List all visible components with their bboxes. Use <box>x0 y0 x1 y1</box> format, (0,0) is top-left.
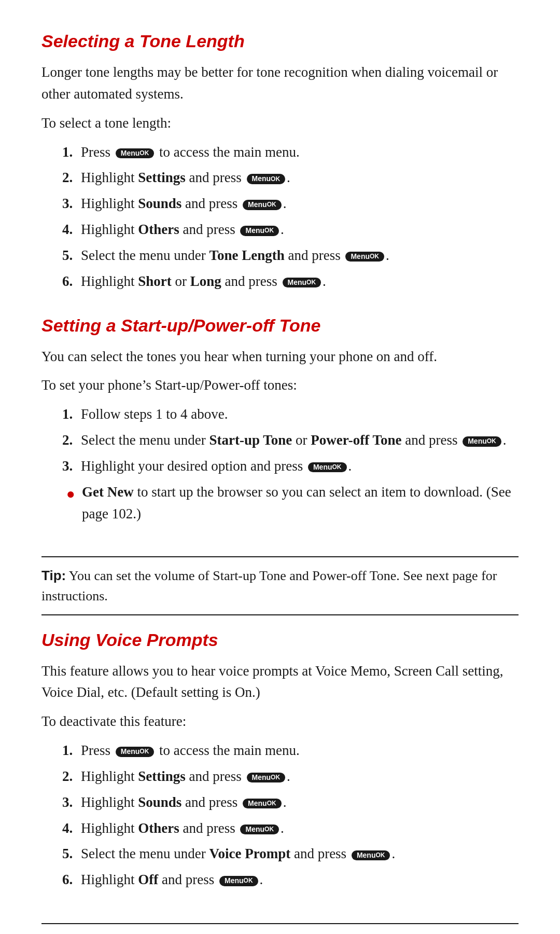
menu-ok-btn: MenuOK <box>219 876 258 886</box>
step-tone-1: 1. Press MenuOK to access the main menu. <box>62 142 519 163</box>
tip-label-1: Tip: <box>41 568 66 583</box>
menu-ok-btn: MenuOK <box>243 200 282 210</box>
step-voice-4: 4. Highlight Others and press MenuOK. <box>62 818 519 840</box>
section-selecting-tone-length: Selecting a Tone Length Longer tone leng… <box>41 31 519 297</box>
intro-voice-1: This feature allows you to hear voice pr… <box>41 661 519 704</box>
section-title-tone-length: Selecting a Tone Length <box>41 31 519 51</box>
menu-ok-btn: MenuOK <box>247 174 286 184</box>
menu-ok-btn: MenuOK <box>308 462 347 472</box>
tip-box-2: Tip: When ringer volume is set to “Silen… <box>41 923 519 934</box>
bullet-dot-icon: ● <box>66 483 76 505</box>
intro-startup-1: You can select the tones you hear when t… <box>41 346 519 368</box>
menu-ok-btn: MenuOK <box>243 799 282 808</box>
intro-tone-length-1: Longer tone lengths may be better for to… <box>41 62 519 105</box>
step-tone-4: 4. Highlight Others and press MenuOK. <box>62 219 519 241</box>
intro-startup-2: To set your phone’s Start-up/Power-off t… <box>41 375 519 396</box>
menu-ok-btn: MenuOK <box>116 148 155 158</box>
step-voice-3: 3. Highlight Sounds and press MenuOK. <box>62 792 519 814</box>
intro-voice-2: To deactivate this feature: <box>41 711 519 733</box>
menu-ok-btn: MenuOK <box>240 825 279 834</box>
step-startup-2: 2. Select the menu under Start-up Tone o… <box>62 430 519 451</box>
step-voice-6: 6. Highlight Off and press MenuOK. <box>62 869 519 891</box>
menu-ok-btn: MenuOK <box>116 747 155 757</box>
page-content: Selecting a Tone Length Longer tone leng… <box>41 31 519 934</box>
menu-ok-btn: MenuOK <box>247 773 286 782</box>
step-tone-5: 5. Select the menu under Tone Length and… <box>62 245 519 267</box>
menu-ok-btn: MenuOK <box>345 252 384 262</box>
section-title-startup: Setting a Start-up/Power-off Tone <box>41 315 519 336</box>
step-tone-2: 2. Highlight Settings and press MenuOK. <box>62 167 519 189</box>
tip-text-1: You can set the volume of Start-up Tone … <box>41 568 497 603</box>
bullet-get-new: ● Get New to start up the browser so you… <box>66 482 519 525</box>
menu-ok-btn: MenuOK <box>240 226 279 236</box>
step-startup-3: 3. Highlight your desired option and pre… <box>62 456 519 477</box>
menu-ok-btn: MenuOK <box>283 278 321 287</box>
section-voice-prompts: Using Voice Prompts This feature allows … <box>41 630 519 896</box>
step-voice-5: 5. Select the menu under Voice Prompt an… <box>62 843 519 865</box>
menu-ok-btn: MenuOK <box>352 850 390 860</box>
bullet-list-startup: ● Get New to start up the browser so you… <box>66 482 519 525</box>
step-tone-3: 3. Highlight Sounds and press MenuOK. <box>62 193 519 215</box>
menu-ok-btn: MenuOK <box>463 436 501 446</box>
section-startup-poweroff: Setting a Start-up/Power-off Tone You ca… <box>41 315 519 528</box>
step-tone-6: 6. Highlight Short or Long and press Men… <box>62 271 519 293</box>
steps-startup: 1. Follow steps 1 to 4 above. 2. Select … <box>62 404 519 477</box>
step-voice-1: 1. Press MenuOK to access the main menu. <box>62 740 519 762</box>
step-startup-1: 1. Follow steps 1 to 4 above. <box>62 404 519 425</box>
tip-box-1: Tip: You can set the volume of Start-up … <box>41 556 519 615</box>
step-voice-2: 2. Highlight Settings and press MenuOK. <box>62 766 519 788</box>
section-title-voice-prompts: Using Voice Prompts <box>41 630 519 650</box>
steps-tone-length: 1. Press MenuOK to access the main menu.… <box>62 142 519 293</box>
steps-voice: 1. Press MenuOK to access the main menu.… <box>62 740 519 891</box>
intro-tone-length-2: To select a tone length: <box>41 113 519 134</box>
